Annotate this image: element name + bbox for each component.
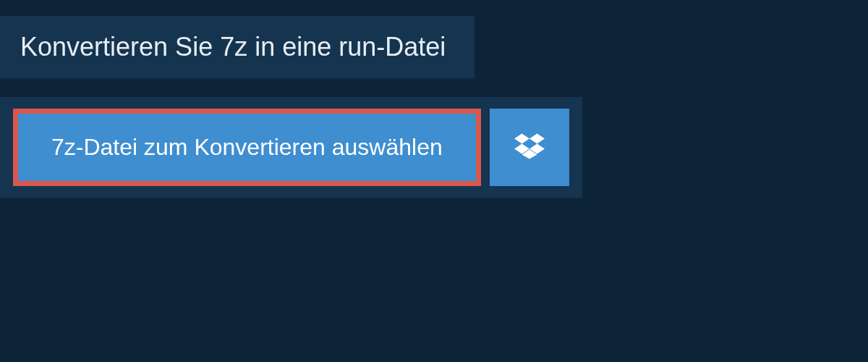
action-panel: 7z-Datei zum Konvertieren auswählen — [0, 97, 582, 198]
select-file-button[interactable]: 7z-Datei zum Konvertieren auswählen — [13, 109, 481, 186]
dropbox-button[interactable] — [490, 109, 569, 186]
dropbox-icon — [514, 131, 545, 164]
page-title: Konvertieren Sie 7z in eine run-Datei — [20, 32, 446, 62]
select-file-label: 7z-Datei zum Konvertieren auswählen — [51, 134, 443, 161]
header-bar: Konvertieren Sie 7z in eine run-Datei — [0, 16, 475, 78]
